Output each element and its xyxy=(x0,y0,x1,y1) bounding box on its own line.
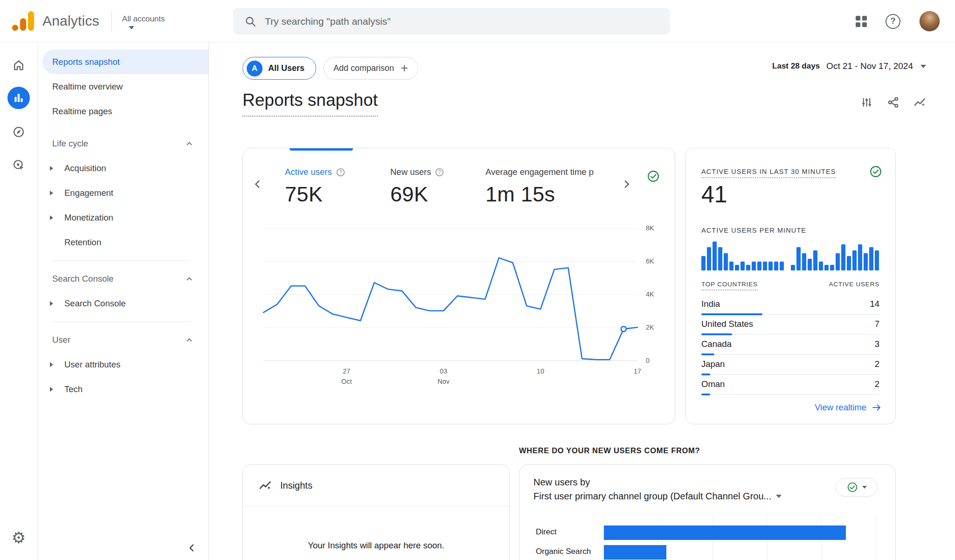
reports-nav-button[interactable] xyxy=(7,87,30,109)
insights-empty-message: Your Insights will appear here soon. xyxy=(243,540,509,551)
channel-bar-row: Direct xyxy=(519,525,889,540)
sparkline-bar xyxy=(780,262,784,270)
user-avatar[interactable] xyxy=(919,11,940,32)
sparkline-bar xyxy=(808,259,812,270)
metric-value: 69K xyxy=(390,182,444,207)
insights-panel-button[interactable] xyxy=(913,96,926,109)
sidebar-item-realtime-overview[interactable]: Realtime overview xyxy=(38,74,208,99)
explore-nav-button[interactable] xyxy=(7,121,30,143)
country-row: United States7 xyxy=(701,318,879,338)
sparkline-bar xyxy=(813,250,817,270)
search-icon xyxy=(244,15,256,28)
country-row: Canada3 xyxy=(701,338,879,358)
collapse-sidebar-button[interactable] xyxy=(185,541,198,554)
help-button[interactable]: ? xyxy=(886,14,900,29)
google-analytics-logo-icon[interactable] xyxy=(12,11,34,31)
svg-text:?: ? xyxy=(339,170,342,175)
sparkline-bar xyxy=(841,244,845,270)
sidebar-item-retention[interactable]: Retention xyxy=(38,230,208,255)
search-placeholder: Try searching "path analysis" xyxy=(265,16,391,27)
metric-label: New users xyxy=(390,167,431,177)
sparkline-bar xyxy=(864,253,868,270)
google-apps-button[interactable] xyxy=(856,16,867,27)
channel-label: Organic Search xyxy=(536,547,591,556)
sidebar-item-realtime-pages[interactable]: Realtime pages xyxy=(38,99,208,124)
metric-average-engagement-time[interactable]: Average engagement time p 1m 15s xyxy=(485,167,594,207)
insights-sparkline-icon xyxy=(913,96,926,109)
sparkline-bar xyxy=(752,262,756,270)
dimension-selector[interactable]: First user primary channel group (Defaul… xyxy=(533,491,782,502)
top-app-bar: Analytics All accounts Try searching "pa… xyxy=(0,0,955,42)
advertising-nav-button[interactable] xyxy=(7,154,30,176)
x-axis-label: 17 xyxy=(634,366,641,377)
data-quality-icon[interactable] xyxy=(647,170,660,183)
sparkline-bar xyxy=(724,253,728,270)
sidebar-item-search-console[interactable]: Search Console xyxy=(38,291,208,316)
metrics-previous-button[interactable] xyxy=(250,177,264,191)
sidebar-item-acquisition[interactable]: Acquisition xyxy=(38,156,208,180)
country-value: 14 xyxy=(870,299,879,309)
search-input[interactable]: Try searching "path analysis" xyxy=(233,8,670,35)
admin-settings-button[interactable]: ⚙ xyxy=(7,526,30,549)
active-users-per-minute-chart xyxy=(701,241,881,270)
sparkline-bar xyxy=(701,256,706,270)
customize-report-button[interactable] xyxy=(860,96,873,109)
sidebar-section-user[interactable]: User xyxy=(38,327,208,352)
share-report-button[interactable] xyxy=(887,96,900,109)
sidebar-section-life-cycle[interactable]: Life cycle xyxy=(38,131,208,156)
sparkline-bar xyxy=(875,250,879,270)
active-users-header: ACTIVE USERS xyxy=(829,281,879,290)
report-actions xyxy=(860,96,926,109)
country-row: Japan2 xyxy=(701,358,879,378)
sidebar-item-engagement[interactable]: Engagement xyxy=(38,180,208,205)
metric-active-users[interactable]: Active users ? 75K xyxy=(285,167,345,207)
sidebar-section-search-console[interactable]: Search Console xyxy=(38,266,208,291)
channel-label: Direct xyxy=(536,527,556,537)
navigation-rail: ⚙ xyxy=(0,42,38,560)
data-quality-icon[interactable] xyxy=(869,165,882,178)
help-icon[interactable]: ? xyxy=(336,168,345,177)
account-switcher[interactable]: All accounts xyxy=(122,13,165,29)
sparkline-bar xyxy=(830,265,834,270)
sparkline-bar xyxy=(763,262,767,270)
sidebar-item-tech[interactable]: Tech xyxy=(38,377,208,401)
sidebar-item-reports-snapshot[interactable]: Reports snapshot xyxy=(42,49,208,74)
sparkline-bar xyxy=(824,265,829,270)
sparkline-bar xyxy=(774,262,778,270)
country-name: Canada xyxy=(701,339,732,349)
expand-arrow-icon xyxy=(50,301,53,306)
check-circle-icon xyxy=(647,170,660,183)
active-metric-tab-indicator xyxy=(290,148,353,151)
sparkline-bar xyxy=(852,250,857,270)
home-nav-button[interactable] xyxy=(7,54,30,76)
x-axis-label: 03Nov xyxy=(437,366,450,387)
all-users-chip[interactable]: A All Users xyxy=(242,57,316,80)
data-quality-dropdown[interactable] xyxy=(836,478,878,497)
add-comparison-label: Add comparison xyxy=(333,63,394,73)
chevron-up-icon xyxy=(184,138,194,149)
metric-new-users[interactable]: New users ? 69K xyxy=(390,167,444,207)
channel-bar-row: Organic Search xyxy=(519,545,889,560)
country-value: 7 xyxy=(875,319,879,329)
add-comparison-button[interactable]: Add comparison + xyxy=(324,57,418,80)
chevron-down-icon xyxy=(776,495,782,498)
y-axis-label: 4K xyxy=(646,290,654,298)
trend-line xyxy=(263,228,637,360)
date-preset-label: Last 28 days xyxy=(772,62,820,71)
metrics-next-button[interactable] xyxy=(620,177,634,191)
sparkline-bar xyxy=(718,247,722,270)
country-row: Oman2 xyxy=(701,378,879,398)
x-axis-label: 10 xyxy=(537,366,544,377)
sidebar-item-user-attributes[interactable]: User attributes xyxy=(38,352,208,377)
page-title: Reports snapshot xyxy=(242,90,378,117)
help-icon[interactable]: ? xyxy=(435,168,444,177)
customize-report-icon xyxy=(860,96,873,109)
view-realtime-link[interactable]: View realtime xyxy=(815,402,882,413)
chevron-up-icon xyxy=(184,335,194,345)
check-circle-icon xyxy=(847,482,858,493)
date-range-picker[interactable]: Last 28 days Oct 21 - Nov 17, 2024 xyxy=(772,61,926,71)
sidebar-item-monetization[interactable]: Monetization xyxy=(38,205,208,230)
expand-arrow-icon xyxy=(50,191,53,195)
top-countries-header: TOP COUNTRIES xyxy=(701,281,758,290)
product-name: Analytics xyxy=(42,13,99,29)
